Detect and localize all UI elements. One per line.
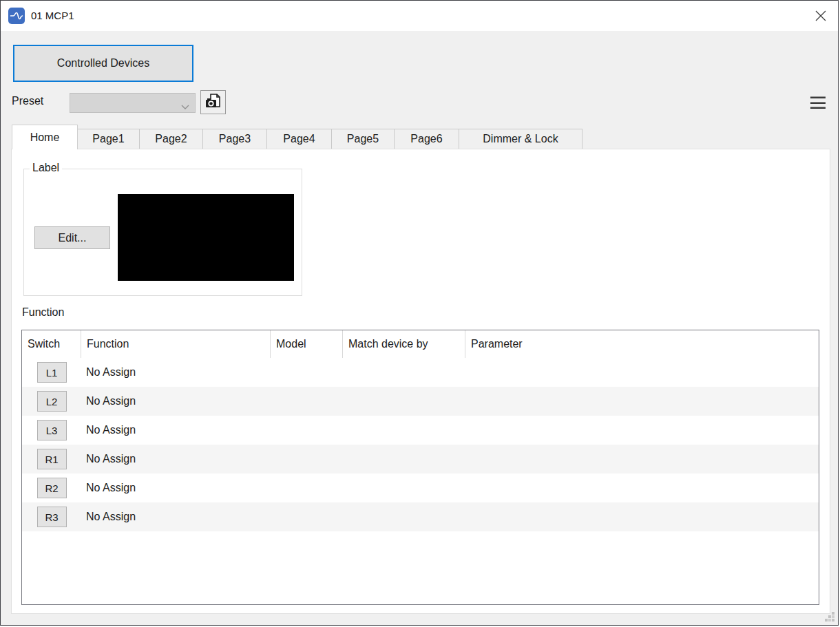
tab-label: Dimmer & Lock [483,133,558,145]
table-header-row: Switch Function Model Match device by Pa… [22,330,819,358]
tab-label: Page1 [92,133,124,145]
close-icon[interactable] [813,8,828,23]
store-preset-button[interactable] [200,90,226,114]
function-cell[interactable]: No Assign [81,366,271,379]
tab-label: Page5 [347,133,379,145]
tab-home[interactable]: Home [12,125,78,149]
dialog-window: 01 MCP1 Controlled Devices Preset [0,0,839,626]
controlled-devices-button[interactable]: Controlled Devices [13,45,193,82]
tab-label: Page4 [283,133,315,145]
function-cell[interactable]: No Assign [81,453,271,465]
menu-bar [810,107,826,109]
edit-button-label: Edit... [59,232,87,244]
switch-button-label: R1 [45,454,58,465]
label-group-legend: Label [30,162,62,174]
tab-page3[interactable]: Page3 [203,129,267,149]
column-header-model: Model [271,330,343,358]
function-cell[interactable]: No Assign [81,424,271,436]
tab-page2[interactable]: Page2 [140,129,203,149]
preset-label: Preset [12,95,43,107]
switch-button-label: L3 [46,425,58,436]
switch-button-l2[interactable]: L2 [37,391,67,412]
table-row[interactable]: L2 No Assign [22,387,819,416]
switch-button-l3[interactable]: L3 [37,420,67,440]
tab-dimmer-lock[interactable]: Dimmer & Lock [459,129,582,149]
table-row[interactable]: L3 No Assign [22,416,819,445]
tab-label: Page6 [410,133,442,145]
titlebar[interactable]: 01 MCP1 [1,1,838,31]
waveform-app-icon [8,8,25,24]
switch-button-r1[interactable]: R1 [37,449,67,469]
chevron-down-icon [181,100,189,113]
table-row[interactable]: R2 No Assign [22,474,819,502]
switch-button-label: L1 [46,367,58,379]
switch-button-label: R3 [45,511,58,523]
tab-page5[interactable]: Page5 [332,129,395,149]
function-cell[interactable]: No Assign [81,482,271,494]
function-section-title: Function [22,306,64,319]
table-row[interactable]: R3 No Assign [22,502,819,531]
menu-bar [810,102,826,104]
switch-button-r3[interactable]: R3 [37,507,67,527]
tab-label: Home [30,131,60,144]
table-row[interactable]: R1 No Assign [22,445,819,474]
camera-document-icon [204,92,222,113]
tab-label: Page2 [155,133,187,145]
tab-page1[interactable]: Page1 [78,129,140,149]
switch-button-l1[interactable]: L1 [37,362,67,383]
function-cell[interactable]: No Assign [81,395,271,407]
function-table: Switch Function Model Match device by Pa… [21,330,819,605]
label-group-box: Label Edit... [23,169,302,296]
home-tab-panel: Label Edit... Function Switch Function M… [11,149,830,614]
switch-button-label: R2 [45,482,58,494]
switch-button-r2[interactable]: R2 [37,478,67,498]
tab-page6[interactable]: Page6 [395,129,459,149]
function-cell[interactable]: No Assign [81,511,271,523]
column-header-parameter: Parameter [465,330,819,358]
window-title: 01 MCP1 [31,1,74,31]
controlled-devices-label: Controlled Devices [57,57,149,70]
edit-button[interactable]: Edit... [34,226,110,249]
table-row[interactable]: L1 No Assign [22,358,819,387]
tab-page4[interactable]: Page4 [267,129,332,149]
column-header-match-device-by: Match device by [343,330,465,358]
menu-bar [810,96,826,98]
switch-button-label: L2 [46,396,58,407]
tab-strip: Home Page1 Page2 Page3 Page4 Page5 Page6… [1,125,838,149]
preset-select[interactable] [70,93,196,113]
black-display-preview [118,194,294,281]
column-header-switch: Switch [22,330,81,358]
hamburger-menu-icon[interactable] [810,96,826,109]
column-header-function: Function [81,330,271,358]
tab-label: Page3 [219,133,251,145]
